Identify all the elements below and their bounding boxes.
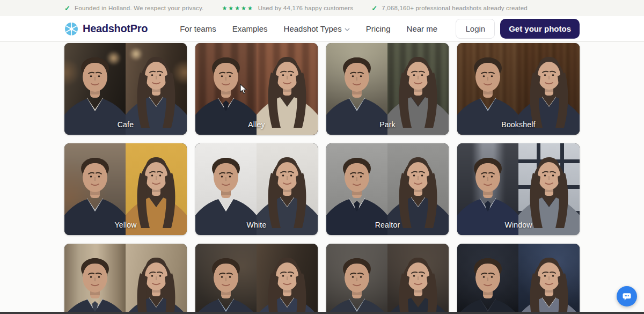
person-illustration [126,244,187,314]
check-icon: ✓ [64,4,70,12]
person-illustration [326,143,387,235]
person-illustration [257,244,318,314]
headshot-photo-woman [257,43,318,135]
person-illustration [518,43,580,135]
headshot-style-card[interactable]: White [195,143,318,235]
person-illustration [257,43,318,135]
headshot-photo-woman [518,244,580,314]
headshot-photo-woman [257,143,318,235]
headshot-photo-woman [518,43,580,135]
person-illustration [195,43,257,135]
headshot-photo-woman [387,43,449,135]
headshot-style-card[interactable]: Realtor [326,143,449,235]
headshot-style-card[interactable]: Yellow [64,143,187,235]
headshot-style-card[interactable]: Park [326,43,449,135]
headshot-style-card[interactable] [326,244,449,314]
headshot-photo-man [195,43,257,135]
person-illustration [64,43,126,135]
headshot-photo-man [457,143,518,235]
nav-actions: Login Get your photos [456,19,580,39]
person-illustration [195,143,257,235]
nav-link-pricing[interactable]: Pricing [366,24,391,33]
trust-item-reviews: ★★★★★ Used by 44,176 happy customers [222,5,354,12]
trust-item-privacy: ✓ Founded in Holland. We respect your pr… [64,4,204,12]
headshot-photo-woman [518,143,580,235]
trust-text: 7,068,160+ professional headshots alread… [382,5,528,11]
headshot-photo-man [326,143,387,235]
person-illustration [126,43,187,135]
headshot-photo-man [457,43,518,135]
brand-logo[interactable]: HeadshotPro [64,22,148,36]
chevron-down-icon [345,28,350,31]
nav-link-headshot-types[interactable]: Headshot Types [284,24,350,33]
star-rating-icon: ★★★★★ [222,5,254,12]
headshot-photo-man [64,143,126,235]
main-content: Cafe Alley [0,43,644,314]
headshot-style-card[interactable] [64,244,187,314]
headshotpro-logo-icon [64,22,78,36]
person-illustration [518,143,580,235]
headshot-photo-man [195,244,257,314]
headshot-photo-man [64,43,126,135]
person-illustration [64,244,126,314]
headshot-photo-man [457,244,518,314]
check-icon: ✓ [371,4,377,12]
trust-text: Used by 44,176 happy customers [258,5,353,11]
headshot-style-card[interactable]: Window [457,143,580,235]
nav-link-label: Headshot Types [284,24,342,33]
brand-name: HeadshotPro [83,23,148,35]
person-illustration [387,143,449,235]
person-illustration [326,43,387,135]
headshot-style-card[interactable]: Alley [195,43,318,135]
headshot-photo-man [326,244,387,314]
headshot-grid: Cafe Alley [64,43,580,314]
nav-link-examples[interactable]: Examples [232,24,268,33]
person-illustration [64,143,126,235]
headshot-photo-woman [126,244,187,314]
headshot-photo-man [64,244,126,314]
person-illustration [457,143,518,235]
person-illustration [195,244,257,314]
nav-link-for-teams[interactable]: For teams [180,24,216,33]
person-illustration [457,244,518,314]
nav-links: For teams Examples Headshot Types Pricin… [180,24,437,33]
headshot-photo-woman [126,143,187,235]
login-button[interactable]: Login [456,19,495,39]
get-your-photos-button[interactable]: Get your photos [500,19,580,39]
trust-bar: ✓ Founded in Holland. We respect your pr… [0,0,644,16]
trust-item-headshots-count: ✓ 7,068,160+ professional headshots alre… [371,4,528,12]
headshot-style-card[interactable]: Bookshelf [457,43,580,135]
person-illustration [457,43,518,135]
headshot-photo-woman [126,43,187,135]
headshot-style-card[interactable] [195,244,318,314]
headshot-photo-woman [387,143,449,235]
headshot-photo-man [326,43,387,135]
headshot-photo-woman [387,244,449,314]
main-nav: HeadshotPro For teams Examples Headshot … [0,16,644,42]
person-illustration [387,244,449,314]
nav-link-near-me[interactable]: Near me [407,24,438,33]
headshot-photo-woman [257,244,318,314]
trust-text: Founded in Holland. We respect your priv… [75,5,203,11]
person-illustration [518,244,580,314]
person-illustration [257,143,318,235]
person-illustration [326,244,387,314]
headshot-style-card[interactable] [457,244,580,314]
headshot-photo-man [195,143,257,235]
person-illustration [387,43,449,135]
chat-icon [621,291,632,302]
next-section-edge [0,312,644,314]
chat-widget-button[interactable] [617,286,637,306]
headshot-style-card[interactable]: Cafe [64,43,187,135]
person-illustration [126,143,187,235]
